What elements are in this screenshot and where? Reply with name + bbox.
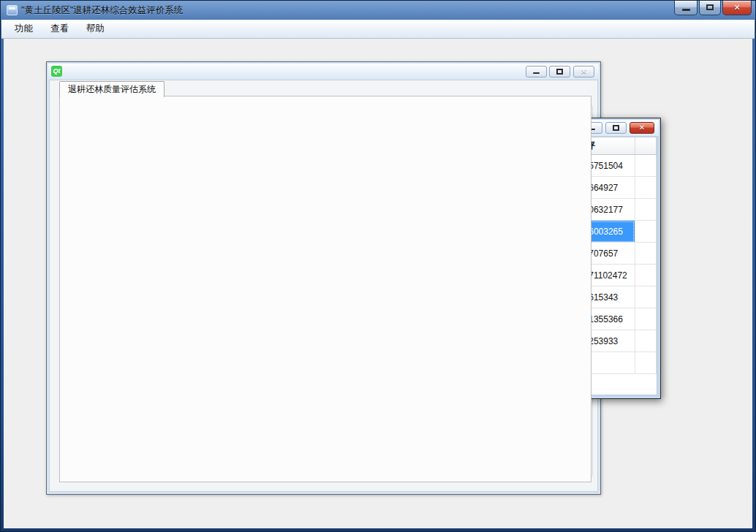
menu-item-0[interactable]: 功能 xyxy=(6,20,42,37)
table-cell-empty-6 xyxy=(635,286,657,308)
table-cell-empty-2 xyxy=(635,199,657,221)
table-cell-empty-1 xyxy=(635,177,657,199)
child-close-button[interactable]: ✕ xyxy=(573,66,594,77)
table-cell-empty-0 xyxy=(635,155,657,177)
maximize-icon xyxy=(706,4,714,10)
menu-item-1[interactable]: 查看 xyxy=(42,20,78,37)
table-cell-empty-8 xyxy=(635,330,657,352)
table-cell-empty-7 xyxy=(635,308,657,330)
screen: "黄土丘陵区"退耕还林综合效益评价系统 ✕ 功能查看帮助 Qt ✕ 退耕还林质量… xyxy=(0,0,756,532)
main-maximize-button[interactable] xyxy=(699,1,721,15)
minimize-icon xyxy=(533,72,540,74)
client-area: Qt ✕ 退耕还林质量评估系统 输入数据 道路耕地果园人工稀疏灌丛荒地裸地总面 … xyxy=(4,39,752,528)
child-body: 退耕还林质量评估系统 输入数据 道路耕地果园人工稀疏灌丛荒地裸地总面 年人均纯收… xyxy=(49,80,598,492)
table-cell-empty-3 xyxy=(635,221,657,243)
minimize-icon xyxy=(682,9,690,11)
menu-item-2[interactable]: 帮助 xyxy=(78,20,113,37)
child-minimize-button[interactable] xyxy=(526,66,547,77)
dialog-maximize-button[interactable] xyxy=(605,122,627,134)
maximize-icon xyxy=(556,69,563,75)
qt-logo-icon: Qt xyxy=(51,66,62,77)
main-close-button[interactable]: ✕ xyxy=(722,1,752,15)
table-column-header-empty xyxy=(635,137,657,155)
tab-pane xyxy=(59,96,591,482)
table-cell-empty-4 xyxy=(635,243,657,265)
tab-quality-evaluation[interactable]: 退耕还林质量评估系统 xyxy=(59,81,165,97)
main-window-title: "黄土丘陵区"退耕还林综合效益评价系统 xyxy=(21,4,183,17)
close-icon: ✕ xyxy=(723,1,751,15)
close-icon: ✕ xyxy=(630,123,654,133)
main-minimize-button[interactable] xyxy=(674,1,698,15)
dialog-close-button[interactable]: ✕ xyxy=(630,122,654,134)
child-maximize-button[interactable] xyxy=(549,66,570,77)
maximize-icon xyxy=(613,125,619,131)
menu-bar: 功能查看帮助 xyxy=(1,20,755,39)
main-window: "黄土丘陵区"退耕还林综合效益评价系统 ✕ 功能查看帮助 Qt ✕ 退耕还林质量… xyxy=(0,0,756,532)
child-titlebar[interactable]: Qt ✕ xyxy=(48,64,599,79)
close-icon: ✕ xyxy=(574,66,594,77)
app-icon xyxy=(7,5,18,15)
main-titlebar[interactable]: "黄土丘陵区"退耕还林综合效益评价系统 ✕ xyxy=(1,1,755,20)
child-window[interactable]: Qt ✕ 退耕还林质量评估系统 输入数据 道路耕地果园人工稀疏灌丛荒地裸地总面 … xyxy=(46,61,601,495)
table-cell-empty-5 xyxy=(635,265,657,286)
table-cell-empty-9 xyxy=(635,352,657,374)
